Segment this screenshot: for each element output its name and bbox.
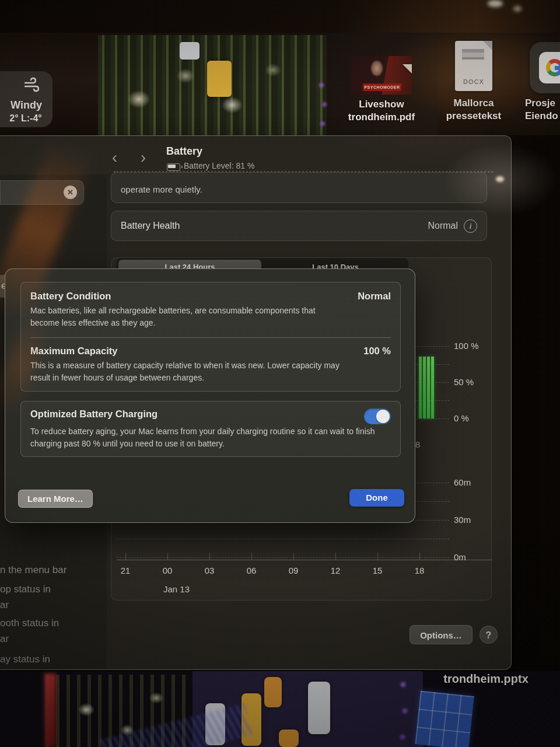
x-tick: 00	[155, 566, 180, 575]
wallpaper-red-light	[44, 673, 56, 747]
optimized-charging-toggle[interactable]	[364, 409, 391, 424]
learn-more-button[interactable]: Learn More…	[18, 490, 93, 508]
wallpaper-car	[308, 682, 330, 734]
condition-capacity-group: Battery Condition Normal Mac batteries, …	[20, 282, 401, 392]
docx-preview-graphic	[462, 49, 484, 64]
partial-x-tick: 8	[415, 439, 420, 449]
battery-bar	[431, 357, 434, 418]
options-button[interactable]: Options…	[410, 625, 473, 644]
battery-condition-title: Battery Condition	[30, 291, 111, 302]
info-icon[interactable]: i	[464, 219, 477, 233]
optimized-charging-title: Optimized Battery Charging	[30, 409, 158, 420]
window-header: ‹ › Battery Battery Level: 81 %	[0, 136, 511, 174]
weather-widget[interactable]: Windy 2° L:-4°	[0, 71, 52, 127]
x-tick: 06	[239, 566, 264, 575]
photographed-screen: Windy 2° L:-4° PSYCHOMODER Liveshow tron…	[0, 0, 560, 747]
x-tick: 21	[113, 566, 138, 575]
y-axis-label: 0 %	[454, 413, 489, 423]
pdf-file-label[interactable]: Liveshow trondheim.pdf	[338, 98, 425, 124]
wallpaper-taxi	[279, 729, 299, 747]
web-shortcut-icon[interactable]	[530, 42, 560, 93]
battery-health-row: Battery Health Normal i	[111, 211, 487, 241]
done-button[interactable]: Done	[349, 489, 404, 507]
light-flare	[488, 0, 503, 7]
optimized-charging-group: Optimized Battery Charging To reduce bat…	[20, 401, 401, 457]
wallpaper-taxi	[264, 677, 282, 707]
divider	[30, 337, 391, 338]
x-tick: 09	[281, 566, 306, 575]
pdf-thumbnail-banner: PSYCHOMODER	[363, 83, 401, 91]
x-axis-date: Jan 13	[163, 584, 190, 594]
page-fold-icon	[483, 41, 492, 50]
gridline-0m	[117, 557, 449, 558]
close-icon[interactable]: ✕	[64, 186, 77, 199]
battery-health-label: Battery Health	[121, 221, 180, 231]
sidebar-result-truncated[interactable]: ay status in	[0, 654, 50, 665]
y-axis-label: 50 %	[454, 377, 489, 387]
y-axis-label: 0m	[454, 552, 489, 562]
search-input[interactable]: ✕	[0, 180, 84, 205]
top-bezel	[0, 0, 560, 33]
battery-bar	[419, 357, 422, 418]
battery-bar	[423, 357, 426, 418]
google-g-icon	[539, 52, 560, 83]
page-title: Battery	[166, 145, 202, 158]
x-tick: 18	[407, 566, 432, 575]
sidebar-result-truncated[interactable]: n the menu bar	[0, 564, 66, 576]
maximum-capacity-title: Maximum Capacity	[30, 345, 117, 357]
battery-level-text: Battery Level: 81 %	[184, 161, 254, 170]
back-chevron-icon[interactable]: ‹	[112, 149, 117, 166]
photo-glare-spot	[496, 176, 504, 182]
battery-health-value: Normal	[428, 221, 458, 231]
battery-level-bars	[419, 345, 434, 418]
x-tick: 03	[197, 566, 222, 575]
help-icon[interactable]: ?	[480, 626, 498, 644]
sidebar-result-truncated[interactable]: ar	[0, 599, 9, 611]
x-tick: 12	[323, 566, 348, 575]
wallpaper-taxi	[207, 61, 232, 97]
x-tick: 15	[365, 566, 390, 575]
energy-mode-group: operate more quietly.	[111, 172, 487, 203]
pptx-file-label[interactable]: trondheim.pptx	[425, 672, 547, 686]
maximum-capacity-value: 100 %	[363, 345, 391, 357]
wallpaper-solar-panel	[415, 690, 474, 747]
energy-mode-text: operate more quietly.	[121, 184, 202, 194]
forward-chevron-icon[interactable]: ›	[141, 149, 146, 166]
pdf-file-icon[interactable]: PSYCHOMODER	[351, 56, 412, 95]
sidebar-result-truncated[interactable]: ooth status in	[0, 617, 59, 629]
weather-temps: 2° L:-4°	[0, 113, 55, 124]
optimized-charging-body: To reduce battery aging, your Mac learns…	[30, 425, 380, 450]
sidebar-result-truncated[interactable]: op status in	[0, 584, 51, 595]
weather-condition: Windy	[0, 99, 52, 111]
gridline-15m	[117, 539, 449, 539]
wallpaper-lights	[394, 676, 412, 746]
battery-condition-body: Mac batteries, like all rechargeable bat…	[30, 305, 316, 329]
battery-health-dialog: Battery Condition Normal Mac batteries, …	[5, 268, 415, 523]
web-shortcut-label[interactable]: Prosje Eiendo	[525, 97, 560, 123]
battery-icon	[167, 163, 180, 171]
maximum-capacity-body: This is a measure of battery capacity re…	[30, 359, 357, 384]
y-axis-label: 60m	[454, 477, 489, 487]
x-axis	[117, 560, 492, 560]
pdf-thumbnail-figure	[371, 61, 383, 76]
light-flare	[513, 6, 522, 12]
battery-condition-value: Normal	[358, 291, 391, 302]
docx-badge: DOCX	[455, 78, 492, 85]
docx-file-icon[interactable]: DOCX	[455, 41, 492, 91]
wind-icon	[23, 77, 41, 95]
page-fold-icon	[402, 64, 412, 74]
y-axis-label: 30m	[454, 515, 489, 525]
sidebar-result-truncated[interactable]: ar	[0, 633, 9, 645]
wallpaper-car	[180, 42, 200, 60]
battery-bar	[427, 357, 430, 418]
y-axis-label: 100 %	[454, 341, 489, 351]
docx-file-label[interactable]: Mallorca pressetekst	[434, 97, 513, 123]
